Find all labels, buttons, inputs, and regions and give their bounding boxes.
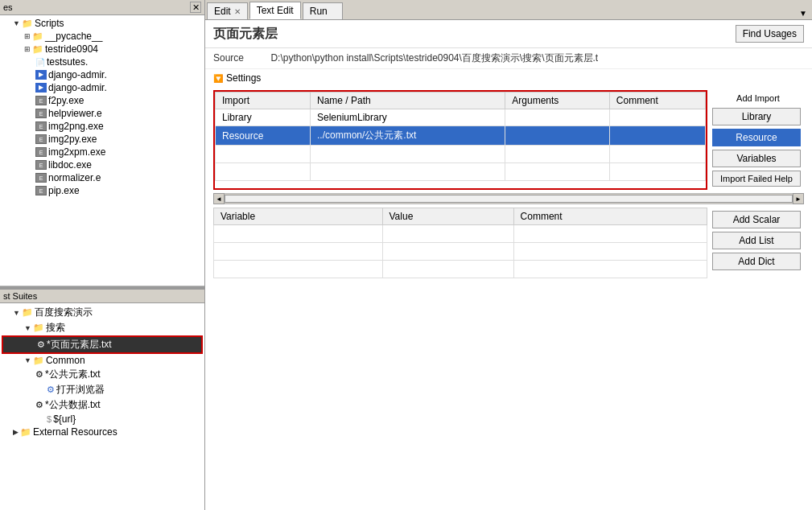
test-suites-tree[interactable]: ▼ 📁 百度搜索演示 ▼ 📁 搜索 ⚙ *页面元素层.txt ▼ (0, 303, 204, 510)
add-list-button[interactable]: Add List (712, 232, 801, 249)
source-path: D:\python\python install\Scripts\testrid… (270, 52, 598, 64)
add-import-label: Add Import (712, 93, 804, 103)
file-icon: 📄 (35, 58, 45, 67)
var-row-empty3[interactable] (214, 261, 707, 278)
tab-run[interactable]: Run (303, 2, 343, 19)
hscroll-left[interactable]: ◄ (213, 193, 225, 204)
import-row-resource[interactable]: Resource ../common/公共元素.txt (216, 126, 706, 146)
variable-table: Variable Value Comment (213, 208, 707, 278)
tab-edit-label: Edit (214, 6, 231, 17)
settings-header: 🔽 Settings (213, 72, 804, 84)
test-suites-title: st Suites (3, 291, 37, 301)
file-tree-title: es (3, 2, 13, 12)
gear-star-icon: ⚙ (37, 339, 45, 350)
resource-button[interactable]: Resource (712, 129, 801, 146)
tree-item-pycache[interactable]: ⊞ 📁 __pycache__ (2, 30, 203, 43)
tree-item-common-data[interactable]: ⚙ *公共数据.txt (2, 397, 203, 413)
import-name: ../common/公共元素.txt (311, 126, 505, 146)
file-tree-area[interactable]: ▼ 📁 Scripts ⊞ 📁 __pycache__ ⊞ 📁 testride… (0, 15, 204, 286)
tree-item-img2xpm[interactable]: E img2xpm.exe (2, 146, 203, 158)
tree-label: 搜索 (46, 321, 65, 335)
import-hscrollbar[interactable]: ◄ ► (213, 193, 804, 204)
variables-button[interactable]: Variables (712, 150, 801, 167)
tab-text-edit[interactable]: Text Edit (249, 2, 301, 19)
file-tree-header: es ✕ (0, 0, 204, 15)
settings-toggle-icon[interactable]: 🔽 (213, 74, 223, 83)
library-button[interactable]: Library (712, 108, 801, 125)
tree-item-testride[interactable]: ⊞ 📁 testride0904 (2, 43, 203, 56)
tree-item-scripts[interactable]: ▼ 📁 Scripts (2, 17, 203, 30)
tree-label: Scripts (35, 18, 64, 29)
tab-edit-close[interactable]: ✕ (234, 7, 241, 16)
tree-label: img2py.exe (48, 134, 97, 145)
folder-icon: 📁 (20, 427, 31, 438)
tree-item-search-folder[interactable]: ▼ 📁 搜索 (2, 320, 203, 335)
import-row-empty1[interactable] (216, 146, 706, 163)
tree-item-baidu[interactable]: ▼ 📁 百度搜索演示 (2, 305, 203, 320)
tree-item-django1[interactable]: ▶ django-admir. (2, 68, 203, 81)
tree-item-f2py[interactable]: E f2py.exe (2, 94, 203, 107)
import-comment (609, 146, 705, 163)
settings-label: Settings (226, 72, 261, 84)
tree-label: testride0904 (45, 43, 98, 55)
add-scalar-button[interactable]: Add Scalar (712, 211, 801, 228)
var-row-empty1[interactable] (214, 225, 707, 243)
col-comment: Comment (609, 93, 705, 109)
expand-icon: ▼ (13, 19, 20, 27)
content-area: 页面元素层 Find Usages Source D:\python\pytho… (205, 20, 812, 510)
tree-label: Common (46, 355, 85, 366)
tree-label: ${url} (53, 413, 76, 425)
tree-item-helpviewer[interactable]: E helpviewer.e (2, 107, 203, 120)
tree-label: pip.exe (48, 185, 80, 196)
close-panel-button[interactable]: ✕ (190, 2, 201, 13)
import-args (505, 146, 610, 163)
folder-icon: 📁 (32, 44, 43, 55)
tree-label: django-admir. (48, 69, 107, 80)
tree-label: f2py.exe (48, 95, 84, 106)
tree-item-libdoc[interactable]: E libdoc.exe (2, 158, 203, 171)
test-suites-header: st Suites (0, 290, 204, 303)
tree-item-common-elements[interactable]: ⚙ *公共元素.txt (2, 367, 203, 382)
tree-item-django2[interactable]: ▶ django-admir. (2, 81, 203, 94)
tree-item-common-folder[interactable]: ▼ 📁 Common (2, 354, 203, 367)
expand-icon: ▼ (13, 309, 20, 317)
left-panel: es ✕ ▼ 📁 Scripts ⊞ 📁 __pycache__ ⊞ 📁 (0, 0, 205, 510)
hscroll-track[interactable] (225, 195, 793, 203)
tree-label: testsutes. (47, 56, 88, 68)
tab-edit[interactable]: Edit ✕ (207, 2, 248, 19)
tab-dropdown-button[interactable]: ▼ (796, 7, 810, 19)
tree-item-img2py[interactable]: E img2py.exe (2, 133, 203, 146)
import-type (216, 146, 311, 163)
tree-item-open-browser[interactable]: ⚙ 打开浏览器 (2, 382, 203, 397)
import-failed-help-button[interactable]: Import Failed Help (712, 171, 801, 187)
expand-icon: ▼ (24, 356, 31, 364)
tree-label: *公共数据.txt (45, 398, 101, 412)
variable-section: Variable Value Comment (205, 208, 812, 510)
file-tree-top: es ✕ ▼ 📁 Scripts ⊞ 📁 __pycache__ ⊞ 📁 (0, 0, 204, 290)
variable-icon: $ (47, 414, 52, 424)
tree-item-external-resources[interactable]: ▶ 📁 External Resources (2, 426, 203, 438)
tree-item-url-var[interactable]: $ ${url} (2, 413, 203, 426)
import-row-library[interactable]: Library SeleniumLibrary (216, 109, 706, 126)
tree-item-pip[interactable]: E pip.exe (2, 184, 203, 197)
tree-label: normalizer.e (48, 172, 101, 183)
var-row-empty2[interactable] (214, 243, 707, 261)
import-row-empty2[interactable] (216, 163, 706, 181)
add-dict-button[interactable]: Add Dict (712, 253, 801, 270)
tree-item-testsutes[interactable]: 📄 testsutes. (2, 56, 203, 68)
var-col-value: Value (382, 208, 513, 225)
exe-icon: E (35, 109, 47, 118)
tree-item-page-elements[interactable]: ⚙ *页面元素层.txt (2, 335, 203, 354)
tree-label: __pycache__ (45, 31, 102, 42)
col-name-path: Name / Path (311, 93, 505, 109)
expand-icon: ▼ (24, 324, 31, 332)
tree-label: img2png.exe (48, 121, 104, 132)
tree-item-img2png[interactable]: E img2png.exe (2, 120, 203, 133)
find-usages-button[interactable]: Find Usages (736, 25, 804, 43)
img-icon: ▶ (35, 83, 47, 93)
tab-bar: Edit ✕ Text Edit Run ▼ (205, 0, 812, 20)
import-table-container: Import Name / Path Arguments Comment Lib… (213, 90, 707, 190)
variable-buttons: Add Scalar Add List Add Dict (707, 208, 804, 507)
tree-item-normalizer[interactable]: E normalizer.e (2, 171, 203, 184)
hscroll-right[interactable]: ► (793, 193, 804, 204)
